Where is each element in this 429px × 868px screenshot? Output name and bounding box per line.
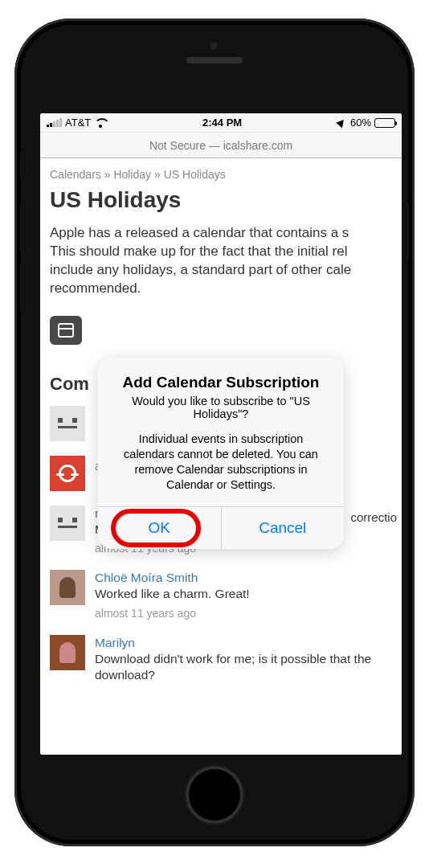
carrier-label: AT&T	[65, 117, 91, 129]
battery-percent: 60%	[350, 117, 371, 129]
location-icon	[336, 117, 346, 128]
status-left: AT&T	[47, 117, 107, 129]
front-camera	[210, 43, 218, 50]
safari-url-bar[interactable]: Not Secure — icalshare.com	[40, 133, 402, 158]
phone-frame: AT&T 2:44 PM 60% Not Secure — icalshare.…	[14, 18, 415, 846]
page-content: Calendars » Holiday » US Holidays US Hol…	[40, 158, 402, 755]
battery-icon	[374, 118, 395, 128]
home-button[interactable]	[186, 766, 243, 824]
alert-subtitle: Would you like to subscribe to "US Holid…	[112, 395, 329, 420]
phone-bezel: AT&T 2:44 PM 60% Not Secure — icalshare.…	[21, 25, 408, 840]
cancel-button[interactable]: Cancel	[221, 507, 345, 549]
alert-detail: Individual events in subscription calend…	[112, 432, 329, 492]
status-right: 60%	[337, 117, 395, 129]
screen: AT&T 2:44 PM 60% Not Secure — icalshare.…	[40, 113, 402, 755]
ok-button[interactable]: OK	[98, 507, 221, 549]
alert-dialog: Add Calendar Subscription Would you like…	[98, 358, 344, 549]
earpiece-speaker	[186, 57, 243, 63]
status-bar: AT&T 2:44 PM 60%	[40, 113, 402, 133]
cellular-signal-icon	[47, 119, 62, 127]
clock: 2:44 PM	[202, 117, 242, 129]
url-text: Not Secure — icalshare.com	[149, 139, 292, 152]
wifi-icon	[94, 118, 107, 128]
alert-title: Add Calendar Subscription	[112, 374, 329, 391]
